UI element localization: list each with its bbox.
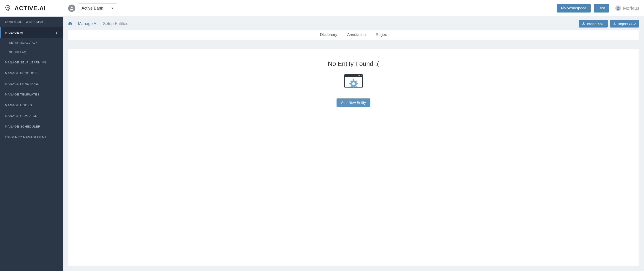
sidebar-sub-setup-faq[interactable]: Setup FAQ: [0, 48, 63, 57]
breadcrumb-row: | Manage AI | Setup Entities Import XML …: [63, 17, 644, 30]
svg-point-4: [618, 7, 618, 8]
sidebar-item-manage-campaign[interactable]: Manage Campaign: [0, 111, 63, 121]
sidebar-item-exigency-management[interactable]: Exigency Management: [0, 132, 63, 143]
workspace-selector[interactable]: Active Bank ▼: [78, 4, 118, 13]
sidebar-item-label: Manage Scheduler: [5, 125, 40, 128]
download-icon: [582, 22, 585, 26]
sidebar-item-manage-templates[interactable]: Manage Templates: [0, 89, 63, 100]
breadcrumb-link-manage-ai[interactable]: Manage AI: [78, 21, 98, 26]
sidebar-item-manage-ai[interactable]: Manage AI ❯: [0, 27, 63, 38]
sidebar-item-manage-functions[interactable]: Manage Functions: [0, 78, 63, 89]
svg-line-18: [356, 81, 356, 82]
svg-line-17: [356, 86, 356, 87]
sidebar-item-label: Manage Hooks: [5, 103, 32, 107]
sidebar-item-label: Manage AI: [5, 31, 24, 34]
user-name: Morfeus: [623, 6, 640, 11]
test-button[interactable]: Test: [594, 4, 609, 13]
logo-text: ACTIVE.AI: [14, 5, 46, 12]
home-icon[interactable]: [68, 21, 72, 27]
import-xml-button[interactable]: Import XML: [579, 20, 608, 28]
import-xml-label: Import XML: [587, 22, 605, 26]
main: | Manage AI | Setup Entities Import XML …: [63, 17, 644, 271]
tabs-card: Dictionary Annotation Regex: [68, 30, 639, 40]
sidebar-item-label: Exigency Management: [5, 136, 46, 139]
sidebar-item-label: Manage Products: [5, 71, 38, 75]
brain-logo-icon: [4, 4, 12, 12]
breadcrumb-separator: |: [100, 22, 100, 26]
svg-point-8: [359, 75, 360, 76]
sidebar-item-label: Manage Self Learning: [5, 61, 46, 64]
chevron-right-icon: ❯: [56, 31, 58, 34]
svg-line-19: [350, 86, 352, 87]
sidebar-item-label: Manage Campaign: [5, 114, 38, 118]
svg-point-9: [360, 75, 362, 76]
svg-point-3: [71, 7, 72, 8]
sidebar-item-manage-self-learning[interactable]: Manage Self Learning: [0, 57, 63, 68]
sidebar-sub-label: Setup Smalltalk: [9, 41, 38, 44]
workspace-avatar-icon: [68, 5, 76, 12]
sidebar-item-label: Configure Workspace: [5, 20, 47, 24]
sidebar-sub-setup-smalltalk[interactable]: Setup Smalltalk: [0, 38, 63, 48]
tab-regex[interactable]: Regex: [376, 33, 387, 37]
user-avatar-icon: [616, 6, 621, 11]
sidebar: Configure Workspace Manage AI ❯ Setup Sm…: [0, 17, 63, 271]
svg-line-16: [350, 81, 352, 82]
import-csv-label: Import CSV: [618, 22, 636, 26]
header: ACTIVE.AI Active Bank ▼ My Workspace Tes…: [0, 0, 644, 17]
empty-state-illustration-icon: [343, 73, 364, 92]
sidebar-item-configure-workspace[interactable]: Configure Workspace: [0, 17, 63, 27]
import-csv-button[interactable]: Import CSV: [610, 20, 639, 28]
content-card: No Entity Found :(: [68, 49, 639, 266]
sidebar-item-manage-hooks[interactable]: Manage Hooks: [0, 100, 63, 111]
workspace-selected-label: Active Bank: [82, 6, 103, 11]
empty-state-title: No Entity Found :(: [328, 60, 379, 68]
download-icon: [613, 22, 616, 26]
tab-dictionary[interactable]: Dictionary: [320, 33, 337, 37]
sidebar-item-label: Manage Templates: [5, 93, 40, 96]
sidebar-item-manage-scheduler[interactable]: Manage Scheduler: [0, 121, 63, 132]
user-block[interactable]: Morfeus: [616, 6, 640, 11]
sidebar-item-manage-products[interactable]: Manage Products: [0, 68, 63, 78]
breadcrumb-separator: |: [75, 22, 76, 26]
svg-point-7: [358, 75, 359, 76]
my-workspace-button[interactable]: My Workspace: [557, 4, 590, 13]
svg-point-11: [352, 82, 355, 85]
sidebar-sub-label: Setup FAQ: [9, 51, 26, 54]
caret-down-icon: ▼: [111, 7, 114, 10]
sidebar-item-label: Manage Functions: [5, 82, 40, 86]
add-new-entity-button[interactable]: Add New Entity: [336, 98, 370, 107]
logo-block: ACTIVE.AI: [4, 4, 68, 12]
tab-annotation[interactable]: Annotation: [347, 33, 366, 37]
breadcrumb-current: Setup Entities: [103, 21, 128, 26]
